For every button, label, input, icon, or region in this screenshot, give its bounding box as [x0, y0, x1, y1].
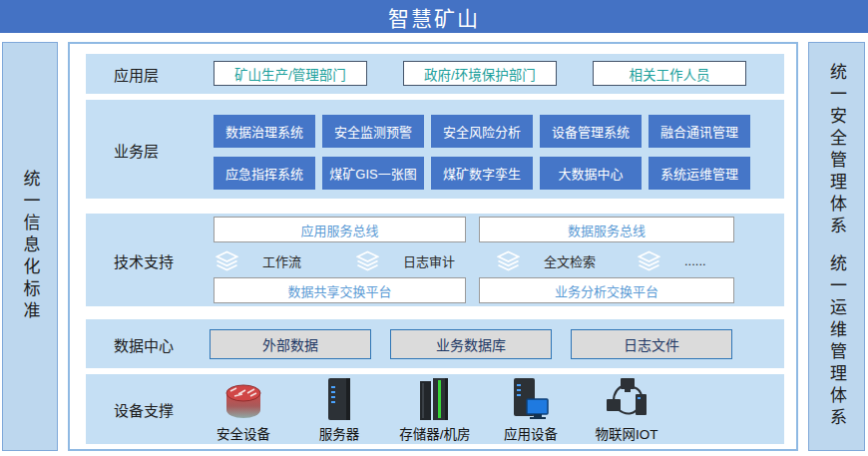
tech-item-fulltext-search: 全文检索 — [497, 246, 638, 274]
main-architecture-panel: 应用层 矿山生产/管理部门 政府/环境保护部门 相关工作人员 业务层 数据治理系… — [68, 42, 798, 451]
business-layer-label: 业务层 — [114, 139, 159, 160]
right-pillar-unified-systems: 统一安全管理体系 统一运维管理体系 — [808, 42, 865, 451]
data-center-label: 数据中心 — [114, 333, 174, 354]
tech-item-log-audit: 日志审计 — [356, 246, 497, 274]
business-boxes-row1: 数据治理系统 安全监测预警 安全风险分析 设备管理系统 融合通讯管理 — [214, 115, 750, 148]
left-pillar-unified-info-standard: 统一信息化标准 — [2, 42, 58, 451]
application-layer-label: 应用层 — [114, 64, 159, 85]
application-box-government-env: 政府/环境保护部门 — [403, 61, 557, 86]
tech-item-label: 日志审计 — [403, 251, 455, 270]
application-boxes: 矿山生产/管理部门 政府/环境保护部门 相关工作人员 — [214, 61, 746, 86]
tech-item-workflow: 工作流 — [216, 246, 356, 274]
data-center-band: 数据中心 外部数据 业务数据库 日志文件 — [86, 319, 784, 368]
device-item-label: 安全设备 — [217, 423, 270, 443]
data-box-business-db: 业务数据库 — [390, 329, 552, 359]
tech-middle-row: 工作流 日志审计 全文检索 — [216, 246, 778, 274]
business-box-risk-analysis: 安全风险分析 — [431, 115, 533, 148]
app-service-bus-bar: 应用服务总线 — [214, 217, 466, 242]
layers-icon — [638, 250, 660, 271]
server-icon — [324, 377, 354, 421]
device-item-iot: 物联网IOT — [579, 377, 674, 443]
right-pillar-label-ops: 统一运维管理体系 — [828, 254, 845, 430]
device-item-label: 服务器 — [319, 423, 360, 443]
business-box-big-data-center: 大数据中心 — [540, 157, 642, 190]
layers-icon — [497, 250, 520, 271]
layers-icon — [356, 250, 379, 271]
business-box-digital-twin: 煤矿数字孪生 — [431, 157, 533, 190]
business-box-safety-monitoring: 安全监测预警 — [322, 115, 424, 148]
right-pillar-label-security: 统一安全管理体系 — [828, 63, 845, 238]
smart-mine-architecture-diagram: 智慧矿山 统一信息化标准 统一安全管理体系 统一运维管理体系 应用层 矿山生产/… — [0, 0, 868, 456]
application-box-related-staff: 相关工作人员 — [593, 61, 746, 86]
application-box-mine-production: 矿山生产/管理部门 — [214, 61, 367, 86]
tech-item-more: ...... — [638, 246, 778, 274]
device-items: 安全设备 服务器 — [196, 377, 674, 443]
tech-item-label: 工作流 — [262, 251, 301, 270]
business-box-ops-mgmt: 系统运维管理 — [649, 157, 750, 190]
device-item-label: 存储器/机房 — [399, 423, 470, 443]
layers-icon — [216, 250, 238, 271]
iot-icon — [604, 377, 650, 421]
data-center-boxes: 外部数据 业务数据库 日志文件 — [210, 329, 732, 359]
device-item-label: 物联网IOT — [596, 423, 658, 443]
business-layer-band: 业务层 数据治理系统 安全监测预警 安全风险分析 设备管理系统 融合通讯管理 应… — [86, 100, 784, 199]
device-item-security: 安全设备 — [196, 377, 291, 443]
tech-item-label: 全文检索 — [544, 251, 596, 270]
device-item-app-device: 应用设备 — [483, 377, 579, 443]
business-boxes-row2: 应急指挥系统 煤矿GIS一张图 煤矿数字孪生 大数据中心 系统运维管理 — [214, 157, 750, 190]
device-item-storage: 存储器/机房 — [387, 377, 483, 443]
page-title: 智慧矿山 — [388, 2, 480, 32]
tech-support-band: 技术支持 应用服务总线 数据服务总线 工作流 — [86, 214, 784, 306]
application-layer-band: 应用层 矿山生产/管理部门 政府/环境保护部门 相关工作人员 — [86, 54, 784, 94]
data-box-log-files: 日志文件 — [571, 329, 732, 359]
data-service-bus-bar: 数据服务总线 — [479, 217, 734, 242]
data-box-external-data: 外部数据 — [210, 329, 371, 359]
storage-icon — [417, 377, 453, 421]
firewall-icon — [220, 377, 266, 421]
left-pillar-label: 统一信息化标准 — [22, 170, 39, 323]
device-item-label: 应用设备 — [504, 423, 558, 443]
business-box-data-governance: 数据治理系统 — [214, 115, 315, 148]
tech-support-label: 技术支持 — [114, 249, 174, 270]
business-box-emergency-command: 应急指挥系统 — [214, 157, 315, 190]
device-support-band: 设备支撑 — [86, 374, 784, 444]
business-box-comm-mgmt: 融合通讯管理 — [649, 115, 750, 148]
business-box-equipment-mgmt: 设备管理系统 — [540, 115, 642, 148]
tech-item-label: ...... — [684, 253, 706, 268]
business-analysis-exchange-bar: 业务分析交换平台 — [479, 277, 734, 303]
device-support-label: 设备支撑 — [114, 399, 174, 420]
device-item-server: 服务器 — [291, 377, 387, 443]
app-device-icon — [510, 377, 552, 421]
title-banner: 智慧矿山 — [0, 0, 868, 33]
data-share-exchange-bar: 数据共享交换平台 — [214, 277, 466, 303]
business-box-gis-map: 煤矿GIS一张图 — [322, 157, 424, 190]
